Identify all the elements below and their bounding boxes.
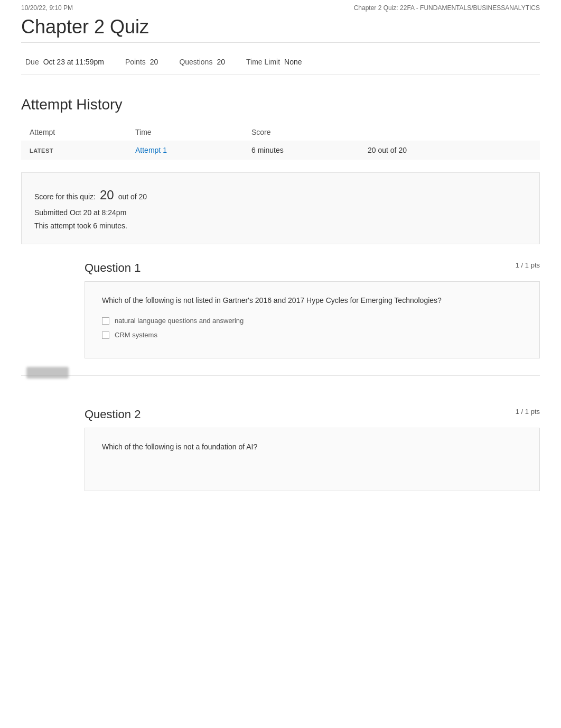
submitted-line: Submitted Oct 20 at 8:24pm xyxy=(34,206,527,219)
timestamp: 10/20/22, 9:10 PM xyxy=(21,4,73,12)
answer-option-2: CRM systems xyxy=(102,331,522,339)
col-header-attempt: Attempt xyxy=(21,124,127,141)
score-label: Score for this quiz: xyxy=(34,190,96,204)
question-1-divider xyxy=(21,375,540,376)
attempt-history-table: Attempt Time Score LATEST Attempt 1 6 mi… xyxy=(21,124,540,160)
answer-label-2: CRM systems xyxy=(115,331,157,339)
time-limit-label: Time Limit xyxy=(246,58,280,66)
question-2-body: Which of the following is not a foundati… xyxy=(85,428,540,491)
score-summary: Score for this quiz: 20 out of 20 Submit… xyxy=(21,172,540,244)
questions-value: 20 xyxy=(217,58,225,66)
time-limit-value: None xyxy=(284,58,302,66)
questions-meta: Questions 20 xyxy=(169,58,236,66)
blurred-sidebar-block xyxy=(26,367,69,379)
points-meta: Points 20 xyxy=(115,58,169,66)
question-2-title: Question 2 xyxy=(85,408,141,421)
answer-label-1: natural language questions and answering xyxy=(115,317,244,325)
question-2-points: 1 / 1 pts xyxy=(516,408,540,416)
points-value: 20 xyxy=(150,58,158,66)
due-label: Due xyxy=(25,58,39,66)
attempt-time: 6 minutes xyxy=(243,141,359,160)
attempt-1-link[interactable]: Attempt 1 xyxy=(135,146,167,154)
table-row: LATEST Attempt 1 6 minutes 20 out of 20 xyxy=(21,141,540,160)
question-2-header: Question 2 1 / 1 pts xyxy=(85,408,540,421)
question-1-section: Question 1 1 / 1 pts Which of the follow… xyxy=(85,261,540,358)
due-value: Oct 23 at 11:59pm xyxy=(43,58,104,66)
answer-checkbox-2[interactable] xyxy=(102,331,109,339)
col-header-time: Time xyxy=(127,124,243,141)
score-number: 20 xyxy=(100,183,114,206)
due-meta: Due Oct 23 at 11:59pm xyxy=(21,58,115,66)
answer-option-1: natural language questions and answering xyxy=(102,317,522,325)
page-container: Chapter 2 Quiz Due Oct 23 at 11:59pm Poi… xyxy=(0,16,561,533)
col-header-score: Score xyxy=(243,124,359,141)
time-limit-meta: Time Limit None xyxy=(236,58,313,66)
question-1-points: 1 / 1 pts xyxy=(516,261,540,269)
breadcrumb: Chapter 2 Quiz: 22FA - FUNDAMENTALS/BUSI… xyxy=(354,4,540,12)
question-1-header: Question 1 1 / 1 pts xyxy=(85,261,540,275)
score-line: Score for this quiz: 20 out of 20 xyxy=(34,183,527,206)
page-title: Chapter 2 Quiz xyxy=(21,16,540,43)
question-1-title: Question 1 xyxy=(85,261,141,275)
attempt-score: 20 out of 20 xyxy=(359,141,540,160)
question-2-text: Which of the following is not a foundati… xyxy=(102,441,522,453)
latest-badge: LATEST xyxy=(30,148,53,154)
question-1-text: Which of the following is not listed in … xyxy=(102,294,522,306)
question-2-section: Question 2 1 / 1 pts Which of the follow… xyxy=(85,408,540,491)
top-bar: 10/20/22, 9:10 PM Chapter 2 Quiz: 22FA -… xyxy=(0,0,561,16)
attempt-history-title: Attempt History xyxy=(21,96,540,113)
question-1-body: Which of the following is not listed in … xyxy=(85,281,540,358)
quiz-meta: Due Oct 23 at 11:59pm Points 20 Question… xyxy=(21,49,540,75)
attempt-badge: LATEST xyxy=(21,141,127,160)
answer-checkbox-1[interactable] xyxy=(102,317,109,325)
points-label: Points xyxy=(125,58,146,66)
score-out-of: out of 20 xyxy=(118,190,147,204)
questions-label: Questions xyxy=(179,58,212,66)
time-taken-line: This attempt took 6 minutes. xyxy=(34,219,527,233)
attempt-link-cell[interactable]: Attempt 1 xyxy=(127,141,243,160)
